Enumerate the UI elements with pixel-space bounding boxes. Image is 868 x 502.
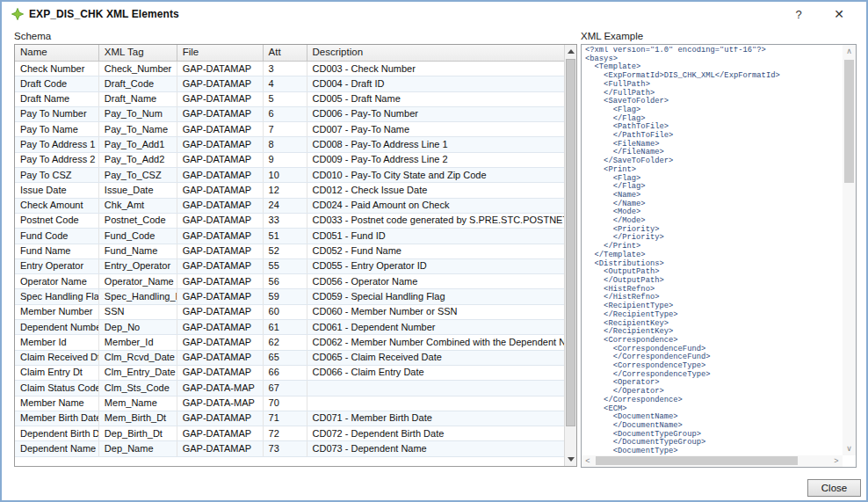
table-row[interactable]: Check NumberCheck_NumberGAP-DATAMAP3CD00… <box>15 62 564 76</box>
cell-att: 66 <box>264 366 307 380</box>
table-row[interactable]: Postnet CodePostnet_CodeGAP-DATAMAP33CD0… <box>15 214 564 229</box>
xml-example-panel[interactable]: <?xml version="1.0" encoding="utf-16"?> … <box>581 44 857 468</box>
app-diamond-icon <box>11 8 24 20</box>
cell-name: Claim Received Dt <box>15 351 99 365</box>
scroll-up-arrow-icon[interactable] <box>565 45 576 58</box>
xml-vertical-scrollbar[interactable]: ∧ ∨ <box>843 45 856 455</box>
table-row[interactable]: Dependent NameDep_NameGAP-DATAMAP73CD073… <box>15 441 564 456</box>
cell-xml-tag: Clm_Sts_Code <box>99 381 177 395</box>
schema-scrollbar-thumb[interactable] <box>566 59 575 426</box>
cell-file: GAP-DATAMAP <box>177 289 264 303</box>
cell-file: GAP-DATAMAP <box>177 320 264 334</box>
column-header-att[interactable]: Att <box>264 45 307 61</box>
dialog-window: EXP_DIS_CHK XML Elements ? ✕ Schema Name… <box>0 0 868 502</box>
cell-file: GAP-DATAMAP <box>177 168 264 182</box>
cell-xml-tag: Entry_Operator <box>99 259 177 273</box>
table-row[interactable]: Spec Handling FlagSpec_Handling_FlagGAP-… <box>15 289 564 304</box>
xml-horizontal-scrollbar[interactable]: < > <box>582 455 843 467</box>
close-button[interactable]: Close <box>807 479 861 497</box>
cell-file: GAP-DATAMAP <box>177 214 264 228</box>
cell-file: GAP-DATAMAP <box>177 92 264 106</box>
xml-scroll-left-icon[interactable]: < <box>582 455 594 467</box>
cell-description: CD024 - Paid Amount on Check <box>307 199 565 213</box>
cell-name: Member Id <box>15 335 99 349</box>
table-row[interactable]: Draft NameDraft_NameGAP-DATAMAP5CD005 - … <box>15 92 564 107</box>
xml-hscrollbar-thumb[interactable] <box>596 456 798 465</box>
cell-description: CD061 - Dependent Number <box>307 320 565 334</box>
schema-table-main: Name XML Tag File Att Description Check … <box>15 45 564 466</box>
table-row[interactable]: Member NameMem_NameGAP-DATA-MAP70 <box>15 397 564 411</box>
table-row[interactable]: Dependent Birth DtDep_Birth_DtGAP-DATAMA… <box>15 426 564 441</box>
cell-name: Pay To Number <box>15 107 99 121</box>
column-header-file[interactable]: File <box>177 45 264 61</box>
table-row[interactable]: Pay To NumberPay_To_NumGAP-DATAMAP6CD006… <box>15 107 564 122</box>
cell-description: CD052 - Fund Name <box>307 244 565 258</box>
table-row[interactable]: Pay To Address 1Pay_To_Add1GAP-DATAMAP8C… <box>15 137 564 152</box>
table-row[interactable]: Claim Received DtClm_Rcvd_DateGAP-DATAMA… <box>15 351 564 366</box>
scroll-down-arrow-icon[interactable] <box>565 453 576 466</box>
cell-description: CD066 - Claim Entry Date <box>307 366 565 380</box>
table-row[interactable]: Claim Status CodeClm_Sts_CodeGAP-DATA-MA… <box>15 381 564 396</box>
cell-xml-tag: Fund_Code <box>99 229 177 243</box>
table-row[interactable]: Issue DateIssue_DateGAP-DATAMAP12CD012 -… <box>15 183 564 198</box>
cell-name: Claim Status Code <box>15 381 99 395</box>
cell-file: GAP-DATAMAP <box>177 229 264 243</box>
cell-xml-tag: Pay_To_Name <box>99 122 177 136</box>
xml-example-text: <?xml version="1.0" encoding="utf-16"?> … <box>585 47 841 455</box>
xml-scroll-right-icon[interactable]: > <box>830 455 843 467</box>
cell-att: 9 <box>264 153 307 167</box>
cell-file: GAP-DATAMAP <box>177 76 264 91</box>
cell-name: Fund Name <box>15 244 99 258</box>
cell-att: 73 <box>264 441 307 455</box>
table-row[interactable]: Check AmountChk_AmtGAP-DATAMAP24CD024 - … <box>15 199 564 214</box>
column-header-description[interactable]: Description <box>307 45 565 61</box>
cell-att: 59 <box>264 289 307 303</box>
table-row[interactable]: Member IdMember_IdGAP-DATAMAP62CD062 - M… <box>15 335 564 350</box>
table-row-partial <box>15 457 564 466</box>
cell-xml-tag: Pay_To_Num <box>99 107 177 121</box>
cell-att: 52 <box>264 244 307 258</box>
cell-att: 71 <box>264 411 307 426</box>
cell-description: CD007 - Pay-To Name <box>307 122 565 136</box>
cell-name: Claim Entry Dt <box>15 366 99 380</box>
cell-xml-tag: SSN <box>99 305 177 319</box>
cell-file: GAP-DATA-MAP <box>177 397 264 411</box>
column-header-name[interactable]: Name <box>15 45 99 61</box>
table-row[interactable]: Fund NameFund_NameGAP-DATAMAP52CD052 - F… <box>15 244 564 259</box>
cell-description: CD005 - Draft Name <box>307 92 565 106</box>
cell-file: GAP-DATAMAP <box>177 305 264 319</box>
cell-att: 56 <box>264 274 307 288</box>
table-row[interactable]: Dependent NumberDep_NoGAP-DATAMAP61CD061… <box>15 320 564 335</box>
xml-example-label: XML Example <box>581 31 643 41</box>
table-row[interactable]: Pay To CSZPay_To_CSZGAP-DATAMAP10CD010 -… <box>15 168 564 183</box>
table-row[interactable]: Member Birth DateMem_Birth_DtGAP-DATAMAP… <box>15 411 564 426</box>
cell-description: CD056 - Operator Name <box>307 274 565 288</box>
table-row[interactable]: Member NumberSSNGAP-DATAMAP60CD060 - Mem… <box>15 305 564 320</box>
table-row[interactable]: Fund CodeFund_CodeGAP-DATAMAP51CD051 - F… <box>15 229 564 244</box>
cell-xml-tag: Clm_Rcvd_Date <box>99 351 177 365</box>
cell-xml-tag: Pay_To_CSZ <box>99 168 177 182</box>
xml-scroll-up-icon[interactable]: ∧ <box>843 45 856 58</box>
window-close-button[interactable]: ✕ <box>824 2 854 26</box>
cell-att: 5 <box>264 92 307 106</box>
cell-name: Draft Code <box>15 76 99 91</box>
cell-file: GAP-DATAMAP <box>177 441 264 455</box>
cell-file: GAP-DATAMAP <box>177 351 264 365</box>
cell-att: 8 <box>264 137 307 151</box>
xml-vscrollbar-thumb[interactable] <box>844 60 854 183</box>
xml-scroll-down-icon[interactable]: ∨ <box>843 442 856 455</box>
table-row[interactable]: Draft CodeDraft_CodeGAP-DATAMAP4CD004 - … <box>15 76 564 91</box>
cell-att: 55 <box>264 259 307 273</box>
cell-file: GAP-DATAMAP <box>177 426 264 440</box>
table-row[interactable]: Operator NameOperator_NameGAP-DATAMAP56C… <box>15 274 564 289</box>
table-row[interactable]: Pay To NamePay_To_NameGAP-DATAMAP7CD007 … <box>15 122 564 137</box>
column-header-xml-tag[interactable]: XML Tag <box>99 45 177 61</box>
schema-vertical-scrollbar[interactable] <box>564 45 576 466</box>
cell-name: Spec Handling Flag <box>15 289 99 303</box>
table-row[interactable]: Entry OperatorEntry_OperatorGAP-DATAMAP5… <box>15 259 564 274</box>
cell-att: 12 <box>264 183 307 197</box>
cell-att: 6 <box>264 107 307 121</box>
help-button[interactable]: ? <box>784 2 814 26</box>
table-row[interactable]: Claim Entry DtClm_Entry_DateGAP-DATAMAP6… <box>15 366 564 381</box>
table-row[interactable]: Pay To Address 2Pay_To_Add2GAP-DATAMAP9C… <box>15 153 564 168</box>
